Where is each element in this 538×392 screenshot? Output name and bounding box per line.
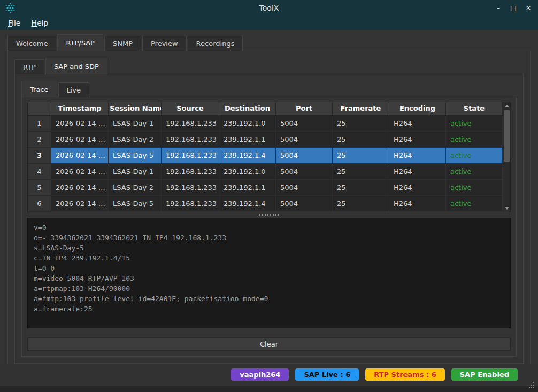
cell-session-name[interactable]: LSAS-Day-2	[109, 180, 162, 196]
col-header-state[interactable]: State	[446, 102, 503, 116]
cell-port[interactable]: 5004	[276, 180, 333, 196]
title-bar[interactable]: ToolX – □ ✕	[0, 0, 538, 16]
cell-destination[interactable]: 239.192.1.0	[219, 116, 276, 132]
cell-port[interactable]: 5004	[276, 116, 333, 132]
minimize-button[interactable]: –	[494, 4, 503, 12]
window-title: ToolX	[0, 4, 538, 12]
clear-button[interactable]: Clear	[27, 337, 511, 351]
inner-tab-bar: Trace Live	[21, 81, 517, 97]
cell-state[interactable]: active	[446, 148, 503, 164]
col-header-encoding[interactable]: Encoding	[389, 102, 446, 116]
cell-session-name[interactable]: LSAS-Day-1	[109, 116, 162, 132]
row-number[interactable]: 4	[28, 164, 51, 180]
cell-encoding[interactable]: H264	[389, 180, 446, 196]
tab-sap-and-sdp[interactable]: SAP and SDP	[45, 58, 107, 74]
row-number[interactable]: 3	[28, 148, 51, 164]
scroll-up-arrow-icon[interactable]	[503, 102, 510, 110]
cell-encoding[interactable]: H264	[389, 196, 446, 212]
cell-session-name[interactable]: LSAS-Day-5	[109, 148, 162, 164]
col-header-port[interactable]: Port	[276, 102, 333, 116]
cell-timestamp[interactable]: 2026-02-14 …	[51, 132, 109, 148]
cell-timestamp[interactable]: 2026-02-14 …	[51, 148, 109, 164]
cell-port[interactable]: 5004	[276, 164, 333, 180]
cell-port[interactable]: 5004	[276, 196, 333, 212]
cell-framerate[interactable]: 25	[333, 164, 389, 180]
splitter-handle[interactable]	[27, 212, 511, 218]
table-row[interactable]: 6 2026-02-14 … LSAS-Day-5 192.168.1.233 …	[28, 196, 503, 212]
tab-recordings[interactable]: Recordings	[188, 36, 243, 51]
table-row[interactable]: 1 2026-02-14 … LSAS-Day-1 192.168.1.233 …	[28, 116, 503, 132]
cell-source[interactable]: 192.168.1.233	[162, 132, 219, 148]
table-grid: Timestamp Session Name Source Destinatio…	[28, 102, 503, 212]
tab-trace[interactable]: Trace	[21, 81, 57, 97]
col-header-timestamp[interactable]: Timestamp	[51, 102, 109, 116]
cell-source[interactable]: 192.168.1.233	[162, 116, 219, 132]
menu-file[interactable]: File	[3, 18, 25, 28]
row-number[interactable]: 1	[28, 116, 51, 132]
close-button[interactable]: ✕	[524, 4, 533, 12]
row-number[interactable]: 6	[28, 196, 51, 212]
cell-source[interactable]: 192.168.1.233	[162, 180, 219, 196]
cell-framerate[interactable]: 25	[333, 180, 389, 196]
tab-preview[interactable]: Preview	[142, 36, 187, 51]
maximize-button[interactable]: □	[509, 4, 518, 12]
menu-file-label: ile	[12, 19, 20, 27]
table-row[interactable]: 5 2026-02-14 … LSAS-Day-2 192.168.1.233 …	[28, 180, 503, 196]
col-header-destination[interactable]: Destination	[219, 102, 276, 116]
cell-framerate[interactable]: 25	[333, 196, 389, 212]
tab-rtp[interactable]: RTP	[14, 59, 44, 74]
cell-timestamp[interactable]: 2026-02-14 …	[51, 180, 109, 196]
cell-source[interactable]: 192.168.1.233	[162, 164, 219, 180]
cell-destination[interactable]: 239.192.1.1	[219, 180, 276, 196]
tab-welcome[interactable]: Welcome	[7, 36, 56, 51]
cell-session-name[interactable]: LSAS-Day-5	[109, 196, 162, 212]
cell-encoding[interactable]: H264	[389, 148, 446, 164]
tab-rtp-sap[interactable]: RTP/SAP	[57, 34, 103, 51]
cell-encoding[interactable]: H264	[389, 116, 446, 132]
sdp-text-view[interactable]: v=0 o=- 3394362021 3394362021 IN IP4 192…	[27, 218, 511, 328]
cell-framerate[interactable]: 25	[333, 148, 389, 164]
col-header-session-name[interactable]: Session Name	[109, 102, 162, 116]
cell-session-name[interactable]: LSAS-Day-2	[109, 132, 162, 148]
scrollbar-track[interactable]	[503, 110, 510, 204]
cell-state[interactable]: active	[446, 180, 503, 196]
cell-session-name[interactable]: LSAS-Day-1	[109, 164, 162, 180]
menu-file-mnemonic: F	[8, 19, 12, 27]
tab-live[interactable]: Live	[58, 82, 90, 97]
menu-help[interactable]: Help	[26, 18, 53, 28]
table-row-selected[interactable]: 3 2026-02-14 … LSAS-Day-5 192.168.1.233 …	[28, 148, 503, 164]
cell-source[interactable]: 192.168.1.233	[162, 196, 219, 212]
status-bar: vaapih264 SAP Live : 6 RTP Streams : 6 S…	[0, 364, 538, 392]
col-header-source[interactable]: Source	[162, 102, 219, 116]
cell-state[interactable]: active	[446, 164, 503, 180]
col-header-framerate[interactable]: Framerate	[333, 102, 389, 116]
cell-destination[interactable]: 239.192.1.4	[219, 196, 276, 212]
cell-port[interactable]: 5004	[276, 148, 333, 164]
size-grip[interactable]	[529, 382, 535, 389]
cell-framerate[interactable]: 25	[333, 132, 389, 148]
splitter-dots-icon	[259, 214, 279, 216]
cell-state[interactable]: active	[446, 116, 503, 132]
cell-port[interactable]: 5004	[276, 132, 333, 148]
row-number[interactable]: 2	[28, 132, 51, 148]
app-logo-icon	[5, 3, 16, 13]
cell-destination[interactable]: 239.192.1.0	[219, 164, 276, 180]
cell-timestamp[interactable]: 2026-02-14 …	[51, 196, 109, 212]
tab-snmp[interactable]: SNMP	[104, 36, 141, 51]
table-row[interactable]: 2 2026-02-14 … LSAS-Day-2 192.168.1.233 …	[28, 132, 503, 148]
cell-state[interactable]: active	[446, 196, 503, 212]
cell-state[interactable]: active	[446, 132, 503, 148]
scrollbar-thumb[interactable]	[504, 110, 510, 162]
cell-encoding[interactable]: H264	[389, 164, 446, 180]
table-row[interactable]: 4 2026-02-14 … LSAS-Day-1 192.168.1.233 …	[28, 164, 503, 180]
scroll-down-arrow-icon[interactable]	[503, 204, 510, 212]
cell-timestamp[interactable]: 2026-02-14 …	[51, 116, 109, 132]
cell-destination[interactable]: 239.192.1.1	[219, 132, 276, 148]
row-number[interactable]: 5	[28, 180, 51, 196]
cell-destination[interactable]: 239.192.1.4	[219, 148, 276, 164]
cell-framerate[interactable]: 25	[333, 116, 389, 132]
cell-timestamp[interactable]: 2026-02-14 …	[51, 164, 109, 180]
cell-source[interactable]: 192.168.1.233	[162, 148, 219, 164]
cell-encoding[interactable]: H264	[389, 132, 446, 148]
table-vertical-scrollbar[interactable]	[503, 102, 510, 212]
